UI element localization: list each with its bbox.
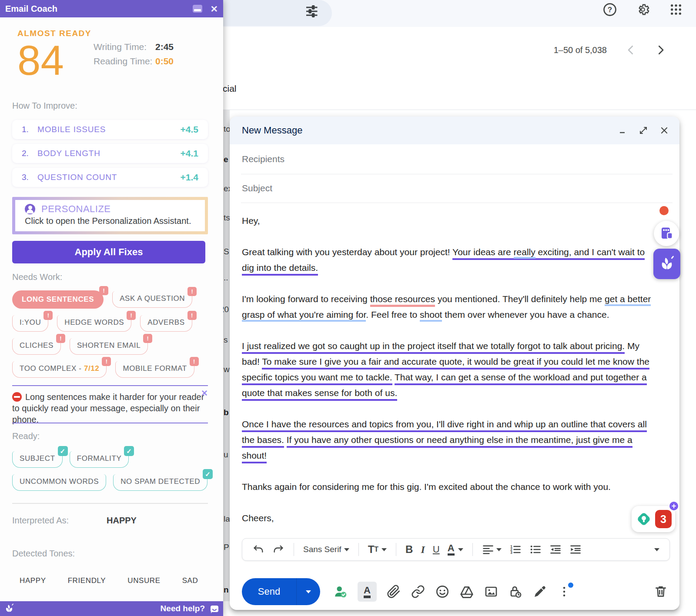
chip-cliches[interactable]: CLICHES ! xyxy=(12,338,61,355)
apply-all-fixes-button[interactable]: Apply All Fixes xyxy=(12,241,205,263)
recipients-field[interactable]: Recipients xyxy=(230,144,679,174)
help-icon[interactable]: ? xyxy=(602,2,618,17)
attach-file-icon[interactable] xyxy=(386,584,401,599)
lavender-logo-icon xyxy=(3,603,15,614)
tone-sad[interactable]: SAD xyxy=(182,576,198,585)
chat-icon[interactable] xyxy=(209,604,220,614)
ready-heading: Ready: xyxy=(12,431,40,441)
text-segment: Your ideas are xyxy=(452,247,514,257)
insert-link-icon[interactable] xyxy=(411,584,425,599)
improvement-body-length[interactable]: 2. BODY LENGTH +4.1 xyxy=(12,144,208,163)
tone-happy[interactable]: HAPPY xyxy=(20,576,46,585)
send-options-button[interactable] xyxy=(297,590,320,593)
body-paragraph: Once I have the resources and topics fro… xyxy=(242,416,656,463)
suggestion-count-badge[interactable]: 3 xyxy=(655,510,672,528)
value: +1.4 xyxy=(181,172,198,183)
subject-placeholder: Subject xyxy=(242,183,272,193)
text-color-button[interactable]: A xyxy=(444,541,467,558)
improvement-question-count[interactable]: 3. QUESTION COUNT +1.4 xyxy=(12,168,208,187)
indent-less-icon[interactable] xyxy=(545,541,566,558)
chip-shorten-email[interactable]: SHORTEN EMAIL ! xyxy=(70,338,148,355)
more-formatting-icon[interactable] xyxy=(650,541,663,558)
list-fragment: to xyxy=(224,124,230,134)
popout-icon[interactable] xyxy=(638,125,649,136)
message-body-editor[interactable]: Hey, Great talking with you yesterday ab… xyxy=(242,213,656,542)
chip-too-complex[interactable]: TOO COMPLEX - 7/12 ! xyxy=(12,361,107,378)
indent-more-icon[interactable] xyxy=(566,541,586,558)
personalize-card[interactable]: PERSONALIZE Click to open the Personaliz… xyxy=(12,197,208,234)
tab-social-fragment[interactable]: cial xyxy=(223,83,237,94)
chip-adverbs[interactable]: ADVERBS ! xyxy=(140,315,192,332)
chip-i-you[interactable]: I:YOU ! xyxy=(12,315,48,332)
alert-badge: ! xyxy=(56,334,65,343)
close-icon[interactable] xyxy=(659,125,670,136)
label: QUESTION COUNT xyxy=(37,173,181,182)
improvement-mobile-issues[interactable]: 1. MOBILE ISSUES +4.5 xyxy=(12,120,208,139)
check-badge: ✓ xyxy=(203,469,213,479)
font-size-button[interactable]: T T xyxy=(364,541,391,558)
chip-formality[interactable]: FORMALITY ✓ xyxy=(70,451,129,468)
chip-no-spam[interactable]: NO SPAM DETECTED ✓ xyxy=(113,474,207,491)
tone-unsure[interactable]: UNSURE xyxy=(127,576,160,585)
apps-grid-icon[interactable] xyxy=(668,2,684,17)
chip-ask-a-question[interactable]: ASK A QUESTION ! xyxy=(112,291,192,308)
extension-status-dot xyxy=(659,206,669,215)
coach-title: Email Coach xyxy=(5,4,57,14)
older-page-icon[interactable] xyxy=(654,43,667,57)
chip-long-sentences[interactable]: LONG SENTENCES ! xyxy=(12,290,104,309)
compose-header[interactable]: New Message xyxy=(230,117,679,144)
bulleted-list-icon[interactable] xyxy=(525,541,545,558)
formatting-options-button[interactable]: A xyxy=(358,582,377,602)
email-score: 84 xyxy=(17,37,64,84)
chip-label: ASK A QUESTION xyxy=(120,294,185,303)
chevron-down-icon xyxy=(306,590,311,593)
suggestions-widget[interactable]: 3 + xyxy=(632,506,675,532)
italic-button[interactable]: I xyxy=(417,541,428,558)
tones-label: Detected Tones: xyxy=(12,549,75,559)
dock-panel-icon[interactable] xyxy=(193,5,202,13)
signature-pen-icon[interactable] xyxy=(532,584,547,599)
no-entry-icon xyxy=(12,392,22,402)
newer-page-icon[interactable] xyxy=(624,43,637,57)
undo-icon[interactable] xyxy=(248,541,268,558)
email-coach-panel: Email Coach ✕ ALMOST READY 84 Writing Ti… xyxy=(0,0,223,616)
confidential-mode-icon[interactable] xyxy=(508,584,523,599)
discard-draft-icon[interactable] xyxy=(654,584,669,599)
underline-button[interactable]: U xyxy=(429,541,444,558)
redo-icon[interactable] xyxy=(268,541,288,558)
chip-mobile-format[interactable]: MOBILE FORMAT ! xyxy=(115,361,194,378)
personalize-title: PERSONALIZE xyxy=(41,203,111,215)
templates-button[interactable] xyxy=(654,221,679,246)
add-suggestion-badge[interactable]: + xyxy=(669,501,679,511)
search-filter-icon[interactable] xyxy=(304,3,319,19)
mail-tracking-icon[interactable] xyxy=(333,584,348,599)
reading-time-label: Reading Time: xyxy=(94,56,155,67)
email-coach-app-button[interactable] xyxy=(653,249,680,279)
chip-label: SHORTEN EMAIL xyxy=(77,341,141,350)
subject-field[interactable]: Subject xyxy=(230,174,679,203)
close-icon[interactable]: ✕ xyxy=(210,4,218,13)
bold-button[interactable]: B xyxy=(402,541,417,558)
chip-uncommon-words[interactable]: UNCOMMON WORDS xyxy=(12,474,106,491)
numbered-list-icon[interactable]: 123 xyxy=(505,541,525,558)
body-paragraph: I just realized we got so caught up in t… xyxy=(242,338,656,401)
more-options-icon[interactable] xyxy=(557,584,572,599)
align-button[interactable] xyxy=(478,541,505,558)
insert-drive-icon[interactable] xyxy=(459,584,474,599)
insert-photo-icon[interactable] xyxy=(484,584,499,599)
pagination-count: 1–50 of 5,038 xyxy=(554,45,607,55)
minimize-icon[interactable] xyxy=(617,125,628,136)
long-sentence-highlight: I just realized we got so caught up in t… xyxy=(242,341,625,354)
check-badge: ✓ xyxy=(124,446,134,456)
list-fragment: n xyxy=(224,585,229,595)
chip-subject[interactable]: SUBJECT ✓ xyxy=(12,451,63,468)
settings-gear-icon[interactable] xyxy=(635,2,651,17)
font-family-select[interactable]: Sans Serif xyxy=(299,541,353,558)
tone-friendly[interactable]: FRIENDLY xyxy=(68,576,106,585)
need-help-link[interactable]: Need help? xyxy=(161,604,205,613)
dismiss-warning-icon[interactable]: ✕ xyxy=(201,388,208,398)
send-button[interactable]: Send xyxy=(242,586,296,597)
improvement-list: 1. MOBILE ISSUES +4.5 2. BODY LENGTH +4.… xyxy=(12,120,208,192)
insert-emoji-icon[interactable] xyxy=(435,584,450,599)
chip-hedge-words[interactable]: HEDGE WORDS ! xyxy=(57,315,131,332)
